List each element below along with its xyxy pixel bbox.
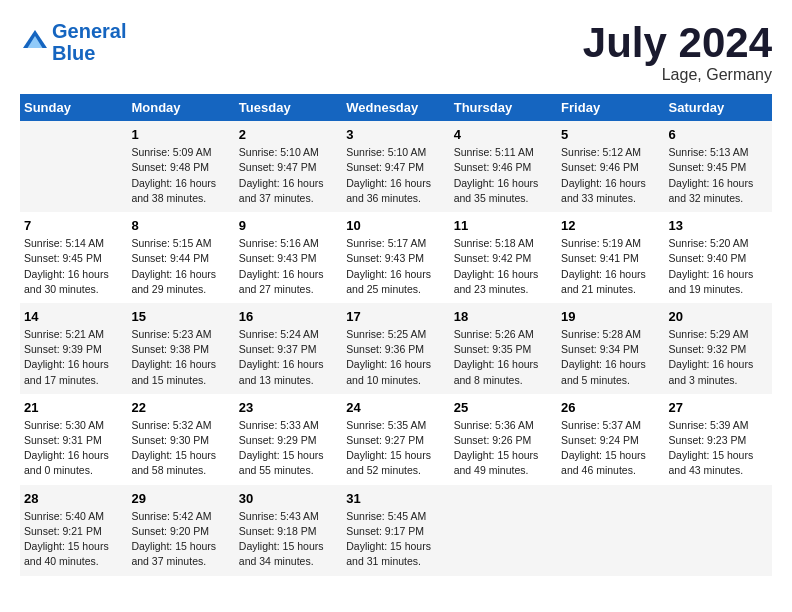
day-number: 3 [346, 127, 445, 142]
day-number: 30 [239, 491, 338, 506]
week-row-1: 1Sunrise: 5:09 AMSunset: 9:48 PMDaylight… [20, 121, 772, 212]
calendar-header-row: SundayMondayTuesdayWednesdayThursdayFrid… [20, 94, 772, 121]
calendar-cell: 21Sunrise: 5:30 AMSunset: 9:31 PMDayligh… [20, 394, 127, 485]
location: Lage, Germany [583, 66, 772, 84]
page-header: General Blue July 2024 Lage, Germany [20, 20, 772, 84]
day-info: Sunrise: 5:23 AMSunset: 9:38 PMDaylight:… [131, 327, 230, 388]
calendar-cell: 13Sunrise: 5:20 AMSunset: 9:40 PMDayligh… [665, 212, 772, 303]
day-info: Sunrise: 5:18 AMSunset: 9:42 PMDaylight:… [454, 236, 553, 297]
day-number: 20 [669, 309, 768, 324]
day-info: Sunrise: 5:14 AMSunset: 9:45 PMDaylight:… [24, 236, 123, 297]
calendar-cell: 22Sunrise: 5:32 AMSunset: 9:30 PMDayligh… [127, 394, 234, 485]
day-info: Sunrise: 5:33 AMSunset: 9:29 PMDaylight:… [239, 418, 338, 479]
day-info: Sunrise: 5:26 AMSunset: 9:35 PMDaylight:… [454, 327, 553, 388]
calendar-cell: 5Sunrise: 5:12 AMSunset: 9:46 PMDaylight… [557, 121, 664, 212]
day-info: Sunrise: 5:28 AMSunset: 9:34 PMDaylight:… [561, 327, 660, 388]
calendar-cell: 20Sunrise: 5:29 AMSunset: 9:32 PMDayligh… [665, 303, 772, 394]
day-number: 15 [131, 309, 230, 324]
calendar-table: SundayMondayTuesdayWednesdayThursdayFrid… [20, 94, 772, 575]
day-number: 5 [561, 127, 660, 142]
week-row-4: 21Sunrise: 5:30 AMSunset: 9:31 PMDayligh… [20, 394, 772, 485]
day-number: 28 [24, 491, 123, 506]
calendar-cell: 1Sunrise: 5:09 AMSunset: 9:48 PMDaylight… [127, 121, 234, 212]
day-number: 9 [239, 218, 338, 233]
day-info: Sunrise: 5:40 AMSunset: 9:21 PMDaylight:… [24, 509, 123, 570]
calendar-cell [450, 485, 557, 576]
week-row-2: 7Sunrise: 5:14 AMSunset: 9:45 PMDaylight… [20, 212, 772, 303]
calendar-cell: 31Sunrise: 5:45 AMSunset: 9:17 PMDayligh… [342, 485, 449, 576]
day-info: Sunrise: 5:42 AMSunset: 9:20 PMDaylight:… [131, 509, 230, 570]
calendar-cell: 19Sunrise: 5:28 AMSunset: 9:34 PMDayligh… [557, 303, 664, 394]
calendar-cell: 14Sunrise: 5:21 AMSunset: 9:39 PMDayligh… [20, 303, 127, 394]
calendar-cell: 30Sunrise: 5:43 AMSunset: 9:18 PMDayligh… [235, 485, 342, 576]
logo: General Blue [20, 20, 126, 64]
logo-icon [20, 27, 50, 57]
calendar-cell: 23Sunrise: 5:33 AMSunset: 9:29 PMDayligh… [235, 394, 342, 485]
day-info: Sunrise: 5:21 AMSunset: 9:39 PMDaylight:… [24, 327, 123, 388]
header-day-thursday: Thursday [450, 94, 557, 121]
calendar-cell: 17Sunrise: 5:25 AMSunset: 9:36 PMDayligh… [342, 303, 449, 394]
day-info: Sunrise: 5:09 AMSunset: 9:48 PMDaylight:… [131, 145, 230, 206]
day-number: 23 [239, 400, 338, 415]
day-info: Sunrise: 5:25 AMSunset: 9:36 PMDaylight:… [346, 327, 445, 388]
day-info: Sunrise: 5:20 AMSunset: 9:40 PMDaylight:… [669, 236, 768, 297]
calendar-cell: 18Sunrise: 5:26 AMSunset: 9:35 PMDayligh… [450, 303, 557, 394]
calendar-cell: 4Sunrise: 5:11 AMSunset: 9:46 PMDaylight… [450, 121, 557, 212]
week-row-5: 28Sunrise: 5:40 AMSunset: 9:21 PMDayligh… [20, 485, 772, 576]
calendar-cell: 10Sunrise: 5:17 AMSunset: 9:43 PMDayligh… [342, 212, 449, 303]
day-number: 12 [561, 218, 660, 233]
day-info: Sunrise: 5:10 AMSunset: 9:47 PMDaylight:… [346, 145, 445, 206]
day-number: 6 [669, 127, 768, 142]
day-number: 27 [669, 400, 768, 415]
day-number: 4 [454, 127, 553, 142]
day-info: Sunrise: 5:17 AMSunset: 9:43 PMDaylight:… [346, 236, 445, 297]
calendar-cell: 6Sunrise: 5:13 AMSunset: 9:45 PMDaylight… [665, 121, 772, 212]
month-title: July 2024 [583, 20, 772, 66]
day-number: 7 [24, 218, 123, 233]
day-info: Sunrise: 5:12 AMSunset: 9:46 PMDaylight:… [561, 145, 660, 206]
header-day-tuesday: Tuesday [235, 94, 342, 121]
calendar-cell: 29Sunrise: 5:42 AMSunset: 9:20 PMDayligh… [127, 485, 234, 576]
header-day-wednesday: Wednesday [342, 94, 449, 121]
day-number: 21 [24, 400, 123, 415]
title-block: July 2024 Lage, Germany [583, 20, 772, 84]
day-number: 2 [239, 127, 338, 142]
day-number: 16 [239, 309, 338, 324]
calendar-body: 1Sunrise: 5:09 AMSunset: 9:48 PMDaylight… [20, 121, 772, 575]
day-info: Sunrise: 5:10 AMSunset: 9:47 PMDaylight:… [239, 145, 338, 206]
calendar-cell: 16Sunrise: 5:24 AMSunset: 9:37 PMDayligh… [235, 303, 342, 394]
day-info: Sunrise: 5:11 AMSunset: 9:46 PMDaylight:… [454, 145, 553, 206]
day-info: Sunrise: 5:13 AMSunset: 9:45 PMDaylight:… [669, 145, 768, 206]
day-number: 22 [131, 400, 230, 415]
day-number: 8 [131, 218, 230, 233]
calendar-cell: 28Sunrise: 5:40 AMSunset: 9:21 PMDayligh… [20, 485, 127, 576]
calendar-cell: 15Sunrise: 5:23 AMSunset: 9:38 PMDayligh… [127, 303, 234, 394]
calendar-cell: 25Sunrise: 5:36 AMSunset: 9:26 PMDayligh… [450, 394, 557, 485]
calendar-cell: 3Sunrise: 5:10 AMSunset: 9:47 PMDaylight… [342, 121, 449, 212]
day-info: Sunrise: 5:15 AMSunset: 9:44 PMDaylight:… [131, 236, 230, 297]
day-info: Sunrise: 5:24 AMSunset: 9:37 PMDaylight:… [239, 327, 338, 388]
logo-line1: General [52, 20, 126, 42]
header-day-sunday: Sunday [20, 94, 127, 121]
day-number: 19 [561, 309, 660, 324]
day-number: 29 [131, 491, 230, 506]
day-number: 25 [454, 400, 553, 415]
day-info: Sunrise: 5:19 AMSunset: 9:41 PMDaylight:… [561, 236, 660, 297]
day-info: Sunrise: 5:16 AMSunset: 9:43 PMDaylight:… [239, 236, 338, 297]
day-number: 24 [346, 400, 445, 415]
week-row-3: 14Sunrise: 5:21 AMSunset: 9:39 PMDayligh… [20, 303, 772, 394]
calendar-cell: 9Sunrise: 5:16 AMSunset: 9:43 PMDaylight… [235, 212, 342, 303]
day-number: 18 [454, 309, 553, 324]
calendar-cell [20, 121, 127, 212]
calendar-cell [665, 485, 772, 576]
day-number: 11 [454, 218, 553, 233]
calendar-cell [557, 485, 664, 576]
day-number: 31 [346, 491, 445, 506]
logo-line2: Blue [52, 42, 126, 64]
calendar-cell: 11Sunrise: 5:18 AMSunset: 9:42 PMDayligh… [450, 212, 557, 303]
day-info: Sunrise: 5:36 AMSunset: 9:26 PMDaylight:… [454, 418, 553, 479]
calendar-cell: 8Sunrise: 5:15 AMSunset: 9:44 PMDaylight… [127, 212, 234, 303]
calendar-cell: 7Sunrise: 5:14 AMSunset: 9:45 PMDaylight… [20, 212, 127, 303]
day-number: 13 [669, 218, 768, 233]
day-info: Sunrise: 5:43 AMSunset: 9:18 PMDaylight:… [239, 509, 338, 570]
